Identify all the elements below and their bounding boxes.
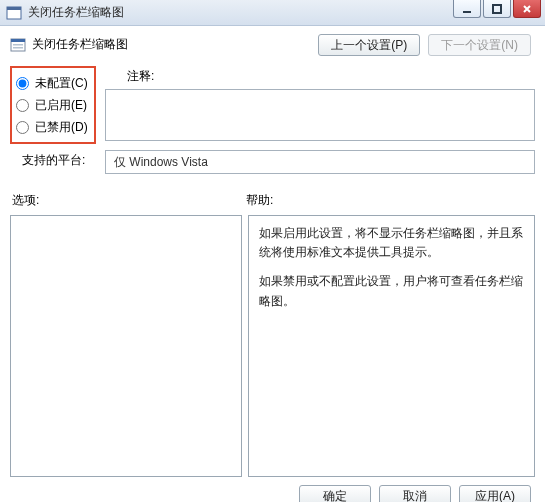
radio-disabled[interactable]: 已禁用(D) bbox=[16, 116, 90, 138]
help-paragraph: 如果启用此设置，将不显示任务栏缩略图，并且系统将使用标准文本提供工具提示。 bbox=[259, 224, 524, 262]
svg-rect-3 bbox=[493, 5, 501, 13]
close-button[interactable] bbox=[513, 0, 541, 18]
dialog-body: 关闭任务栏缩略图 上一个设置(P) 下一个设置(N) 未配置(C) 已启用(E)… bbox=[0, 26, 545, 502]
window-title: 关闭任务栏缩略图 bbox=[28, 4, 124, 21]
svg-rect-2 bbox=[463, 11, 471, 13]
radio-not-configured[interactable]: 未配置(C) bbox=[16, 72, 90, 94]
ok-button[interactable]: 确定 bbox=[299, 485, 371, 502]
svg-rect-7 bbox=[13, 47, 23, 49]
help-pane: 如果启用此设置，将不显示任务栏缩略图，并且系统将使用标准文本提供工具提示。 如果… bbox=[248, 215, 535, 477]
previous-setting-button[interactable]: 上一个设置(P) bbox=[318, 34, 420, 56]
radio-enabled-label: 已启用(E) bbox=[35, 97, 87, 114]
svg-rect-1 bbox=[7, 7, 21, 10]
comment-label: 注释: bbox=[105, 66, 535, 89]
options-label: 选项: bbox=[10, 192, 246, 209]
apply-button[interactable]: 应用(A) bbox=[459, 485, 531, 502]
svg-rect-5 bbox=[11, 39, 25, 42]
radio-not-configured-label: 未配置(C) bbox=[35, 75, 88, 92]
supported-platform-value: 仅 Windows Vista bbox=[105, 150, 535, 174]
options-pane bbox=[10, 215, 242, 477]
radio-enabled[interactable]: 已启用(E) bbox=[16, 94, 90, 116]
svg-rect-6 bbox=[13, 44, 23, 46]
window-icon bbox=[6, 5, 22, 21]
supported-platform-label: 支持的平台: bbox=[10, 144, 105, 169]
policy-title-text: 关闭任务栏缩略图 bbox=[32, 36, 128, 53]
help-label: 帮助: bbox=[246, 192, 535, 209]
window-titlebar: 关闭任务栏缩略图 bbox=[0, 0, 545, 26]
radio-not-configured-input[interactable] bbox=[16, 77, 29, 90]
policy-state-radiogroup: 未配置(C) 已启用(E) 已禁用(D) bbox=[10, 66, 96, 144]
radio-enabled-input[interactable] bbox=[16, 99, 29, 112]
window-controls bbox=[453, 0, 541, 18]
radio-disabled-label: 已禁用(D) bbox=[35, 119, 88, 136]
minimize-button[interactable] bbox=[453, 0, 481, 18]
comment-textarea[interactable] bbox=[105, 89, 535, 141]
radio-disabled-input[interactable] bbox=[16, 121, 29, 134]
spacer bbox=[259, 262, 524, 272]
policy-icon bbox=[10, 37, 26, 53]
next-setting-button: 下一个设置(N) bbox=[428, 34, 531, 56]
cancel-button[interactable]: 取消 bbox=[379, 485, 451, 502]
policy-title: 关闭任务栏缩略图 bbox=[10, 34, 128, 53]
maximize-button[interactable] bbox=[483, 0, 511, 18]
help-paragraph: 如果禁用或不配置此设置，用户将可查看任务栏缩略图。 bbox=[259, 272, 524, 310]
